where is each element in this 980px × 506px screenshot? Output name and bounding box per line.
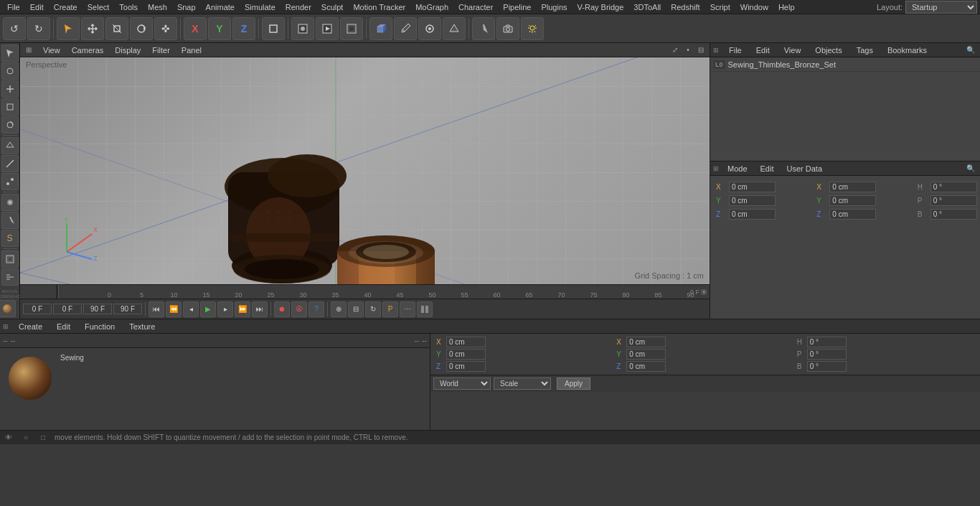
sidebar-btn-point[interactable] — [1, 173, 19, 190]
end-frame-spin[interactable]: ▾ — [701, 289, 707, 295]
bottom-tab-create[interactable]: Create — [14, 321, 47, 332]
coord-z2-input[interactable] — [626, 361, 666, 372]
coord-x-input[interactable] — [446, 337, 486, 347]
viewport-display-menu[interactable]: Display — [112, 45, 143, 55]
anim-mode3-button[interactable]: ↻ — [365, 301, 381, 317]
attr-h-input[interactable] — [930, 182, 977, 192]
coord-y2-input[interactable] — [626, 349, 666, 360]
viewport-filter-menu[interactable]: Filter — [149, 45, 172, 55]
bottom-header-icon[interactable]: ⊞ — [3, 323, 9, 330]
attr-tab-mode[interactable]: Mode — [723, 163, 752, 174]
anim-mode4-button[interactable]: P — [382, 301, 398, 317]
attr-b-input[interactable] — [930, 209, 977, 220]
menu-sculpt[interactable]: Sculpt — [317, 1, 348, 13]
anim-goto-start-button[interactable]: ⏮ — [149, 301, 164, 317]
render2-button[interactable] — [316, 17, 339, 40]
anim-mode5-button[interactable]: ⋯ — [400, 301, 415, 317]
scale-dropdown[interactable]: Scale — [494, 378, 551, 390]
coord-z-input[interactable] — [446, 361, 486, 372]
sidebar-btn-uv[interactable] — [1, 250, 19, 268]
panel-tab-objects[interactable]: Objects — [811, 44, 846, 56]
object-mode-button[interactable] — [262, 17, 285, 40]
menu-select[interactable]: Select — [83, 1, 114, 13]
menu-tools[interactable]: Tools — [115, 1, 142, 13]
anim-prev-frame-button[interactable]: ◂ — [183, 301, 199, 317]
render-button[interactable] — [291, 17, 314, 40]
attr-tab-userdata[interactable]: User Data — [783, 163, 827, 174]
attr-y2-input[interactable] — [829, 195, 876, 206]
attr-y-input[interactable] — [729, 195, 776, 206]
sidebar-btn-knife[interactable] — [1, 212, 19, 229]
attr-x2-input[interactable] — [829, 182, 876, 192]
attr-p-input[interactable] — [930, 195, 977, 206]
sidebar-btn-poly[interactable] — [1, 137, 19, 154]
viewport-icon-dot[interactable]: • — [682, 44, 694, 56]
menu-vray[interactable]: V-Ray Bridge — [573, 1, 628, 13]
anim-mode6-button[interactable] — [417, 301, 433, 317]
anim-mode2-button[interactable]: ⊟ — [348, 301, 364, 317]
menu-file[interactable]: File — [3, 1, 24, 13]
world-dropdown[interactable]: World — [433, 378, 491, 390]
menu-mesh[interactable]: Mesh — [143, 1, 171, 13]
redo-button[interactable]: ↻ — [27, 17, 50, 40]
attr-tab-edit[interactable]: Edit — [756, 163, 778, 174]
axis-y-button[interactable]: Y — [208, 17, 231, 40]
viewport-cameras-menu[interactable]: Cameras — [69, 45, 107, 55]
select-tool-button[interactable] — [57, 17, 80, 40]
axis-x-button[interactable]: X — [184, 17, 207, 40]
sidebar-btn-select[interactable] — [1, 62, 19, 80]
current-frame-input[interactable] — [23, 304, 52, 314]
menu-pipeline[interactable]: Pipeline — [499, 1, 535, 13]
panel-tab-tags[interactable]: Tags — [852, 44, 877, 56]
panel-header-icon[interactable]: ⊞ — [713, 47, 719, 54]
sidebar-btn-brush[interactable]: S — [1, 230, 19, 247]
viewport-icon-expand[interactable]: ⤢ — [669, 44, 681, 56]
attr-search-icon[interactable]: 🔍 — [965, 163, 976, 174]
attr-z-input[interactable] — [729, 209, 776, 220]
bottom-tab-function[interactable]: Function — [80, 321, 119, 332]
attr-z2-input[interactable] — [829, 209, 876, 220]
viewport-canvas[interactable]: Perspective — [20, 57, 710, 284]
coord-b-input[interactable] — [807, 361, 847, 372]
coord-y-input[interactable] — [446, 349, 486, 360]
viewport-view-menu[interactable]: View — [40, 45, 63, 55]
knife-button[interactable] — [472, 17, 495, 40]
attr-x-input[interactable] — [729, 182, 776, 192]
viewport-panel-menu[interactable]: Panel — [179, 45, 204, 55]
sidebar-btn-sewing[interactable] — [0, 300, 16, 317]
menu-create[interactable]: Create — [50, 1, 82, 13]
menu-motion-tracker[interactable]: Motion Tracker — [349, 1, 410, 13]
undo-button[interactable]: ↺ — [3, 17, 26, 40]
sidebar-btn-scale[interactable] — [1, 98, 19, 116]
rotate-tool-button[interactable] — [130, 17, 153, 40]
anim-play-button[interactable]: ▶ — [200, 301, 216, 317]
material-preview-ball[interactable] — [9, 357, 52, 400]
object-row-sewing[interactable]: L0 Sewing_Thimbles_Bronze_Set • — [710, 57, 980, 72]
end-frame-start-input[interactable] — [83, 304, 112, 314]
status-circle-icon[interactable]: ○ — [20, 432, 32, 444]
cube-button[interactable] — [369, 17, 392, 40]
end-frame-end-input[interactable] — [113, 304, 142, 314]
panel-tab-view[interactable]: View — [780, 44, 806, 56]
apply-button[interactable]: Apply — [557, 378, 590, 390]
viewport-header-icon[interactable]: ⊞ — [23, 44, 34, 56]
transform-button[interactable]: ✜ — [154, 17, 177, 40]
anim-record-button[interactable]: ⏺ — [274, 301, 290, 317]
sidebar-btn-rotate[interactable] — [1, 116, 19, 133]
panel-tab-bookmarks[interactable]: Bookmarks — [883, 44, 931, 56]
pen-button[interactable] — [394, 17, 417, 40]
layout-dropdown[interactable]: Startup — [905, 1, 977, 14]
sidebar-btn-paint[interactable] — [1, 194, 19, 211]
scale-tool-button[interactable] — [105, 17, 128, 40]
bottom-tab-edit[interactable]: Edit — [52, 321, 75, 332]
menu-simulate[interactable]: Simulate — [240, 1, 280, 13]
sidebar-btn-edge[interactable] — [1, 155, 19, 172]
menu-snap[interactable]: Snap — [173, 1, 200, 13]
viewport-icon-grid[interactable]: ⊟ — [695, 44, 707, 56]
move-tool-button[interactable] — [81, 17, 104, 40]
panel-tab-file[interactable]: File — [725, 44, 746, 56]
menu-script[interactable]: Script — [706, 1, 735, 13]
sidebar-btn-sym[interactable] — [1, 268, 19, 286]
start-frame-input[interactable] — [53, 304, 82, 314]
obj-panel-search-icon[interactable]: 🔍 — [965, 44, 976, 56]
